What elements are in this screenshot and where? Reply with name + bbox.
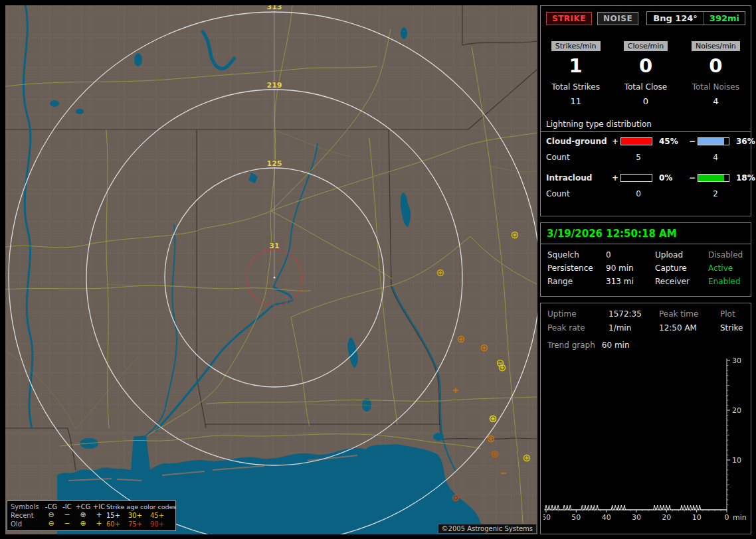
total-noises-value: 4 — [681, 96, 751, 106]
strikes-column: Strikes/min 1 Total Strikes 11 — [541, 38, 611, 106]
intracloud-label: Intracloud — [546, 173, 610, 183]
age-code-30: 30+ — [128, 511, 150, 520]
upload-label: Upload — [655, 250, 706, 260]
ic-negative-count: 2 — [698, 189, 733, 198]
intracloud-count-row: Count 0 2 — [541, 186, 751, 202]
ic-negative-percent: 18% — [733, 173, 755, 183]
strikes-per-min-value: 1 — [541, 54, 611, 77]
noises-per-min-button[interactable]: Noises/min — [692, 41, 740, 51]
cg-positive-count: 5 — [620, 153, 656, 162]
svg-text:0: 0 — [725, 513, 729, 521]
close-per-min-button[interactable]: Close/min — [624, 41, 668, 51]
receiver-location-marker — [273, 276, 275, 278]
copyright-notice: ©2005 Astrogenic Systems — [438, 524, 537, 534]
plot-value: Strike — [720, 323, 744, 333]
cg-negative-percent: 36% — [733, 137, 755, 146]
svg-text:30: 30 — [732, 356, 741, 365]
pos-ic-old-icon: + — [92, 520, 106, 528]
svg-text:10: 10 — [692, 513, 702, 521]
range-value: 313 mi — [606, 277, 652, 286]
svg-text:50: 50 — [571, 513, 581, 521]
noises-per-min-value: 0 — [681, 54, 751, 77]
svg-text:min: min — [733, 513, 747, 521]
capture-label: Capture — [655, 264, 706, 273]
distribution-title: Lightning type distribution — [541, 119, 751, 132]
close-column: Close/min 0 Total Close 0 — [611, 38, 680, 106]
cg-negative-count: 4 — [698, 153, 733, 162]
range-label: Range — [547, 277, 603, 286]
control-panel: STRIKE NOISE Bng 124° 392mi Strikes/min … — [540, 5, 751, 534]
ic-positive-count: 0 — [620, 189, 656, 198]
peak-rate-label: Peak rate — [547, 323, 606, 333]
cloud-ground-row: Cloud-ground + 45% − 36% — [541, 133, 751, 149]
cg-positive-bar — [620, 137, 652, 145]
peak-rate-value: 1/min — [609, 323, 656, 333]
squelch-value: 0 — [606, 250, 652, 260]
close-per-min-value: 0 — [611, 54, 680, 77]
peak-time-label: Peak time — [659, 309, 717, 319]
svg-text:20: 20 — [732, 406, 741, 415]
trend-graph-window: 60 min — [602, 341, 630, 350]
uptime-label: Uptime — [547, 309, 606, 319]
range-ring-label: 125 — [267, 159, 282, 168]
positive-sign: + — [610, 137, 620, 146]
range-ring-label: 313 — [267, 5, 282, 11]
persistence-label: Persistence — [547, 264, 603, 273]
total-strikes-value: 11 — [541, 96, 611, 106]
positive-sign: + — [610, 173, 620, 183]
ic-positive-bar — [620, 174, 652, 182]
age-code-15: 15+ — [106, 511, 128, 520]
age-code-60: 60+ — [106, 520, 128, 528]
age-code-75: 75+ — [128, 520, 150, 528]
legend-row-old: Old — [11, 520, 43, 528]
symbol-legend: Symbols -CG -IC +CG +IC Strike age color… — [7, 501, 176, 531]
cg-negative-bar — [698, 137, 729, 145]
noises-column: Noises/min 0 Total Noises 4 — [681, 38, 751, 106]
intracloud-row: Intracloud + 0% − 18% — [541, 170, 751, 186]
svg-text:20: 20 — [662, 513, 671, 521]
uptime-value: 1572:35 — [609, 309, 656, 319]
peak-time-value: 12:50 AM — [659, 323, 717, 333]
neg-ic-old-icon: − — [60, 520, 74, 528]
negative-sign: − — [687, 173, 698, 183]
bearing-value: Bng 124° — [647, 12, 704, 25]
ic-positive-percent: 0% — [656, 173, 687, 183]
persistence-value: 90 min — [606, 264, 652, 273]
trend-graph-label: Trend graph — [547, 341, 595, 350]
range-ring-label: 219 — [267, 81, 282, 90]
svg-text:30: 30 — [632, 513, 641, 521]
pos-cg-old-icon: ⊕ — [74, 520, 92, 528]
total-close-label: Total Close — [611, 82, 680, 92]
strikes-per-min-button[interactable]: Strikes/min — [551, 41, 601, 51]
neg-cg-old-icon: ⊖ — [43, 520, 60, 528]
ic-negative-bar — [698, 174, 729, 182]
total-close-value: 0 — [611, 96, 680, 106]
receiver-value: Enabled — [708, 277, 744, 286]
total-noises-label: Total Noises — [681, 82, 751, 92]
capture-value: Active — [708, 264, 744, 273]
legend-row-recent: Recent — [11, 511, 43, 520]
trend-graph-canvas: 3020106050403020100min — [543, 354, 748, 521]
trend-graph: 3020106050403020100min — [543, 354, 751, 524]
legend-symbols-header: Symbols — [11, 502, 43, 511]
total-strikes-label: Total Strikes — [541, 82, 611, 92]
svg-text:40: 40 — [602, 513, 611, 521]
trend-section: Uptime 1572:35 Peak time Plot Peak rate … — [540, 303, 751, 534]
lightning-tracker-app: { "map": { "ring_labels": [ {"text": "31… — [0, 0, 756, 539]
cloud-ground-label: Cloud-ground — [546, 137, 610, 146]
trend-trace — [545, 505, 727, 510]
cg-count-label: Count — [546, 153, 610, 162]
upload-value: Disabled — [708, 250, 744, 260]
age-code-45: 45+ — [150, 511, 172, 520]
strike-toggle-button[interactable]: STRIKE — [546, 12, 592, 25]
receiver-label: Receiver — [655, 277, 706, 286]
noise-toggle-button[interactable]: NOISE — [597, 12, 638, 25]
svg-text:10: 10 — [732, 456, 741, 465]
cloud-ground-count-row: Count 5 4 — [541, 149, 751, 165]
status-section: 3/19/2026 12:50:18 AM Squelch 0 Upload D… — [540, 222, 751, 297]
bearing-readout: Bng 124° 392mi — [646, 11, 745, 25]
plot-label: Plot — [720, 309, 744, 319]
map-view[interactable]: 31321912531 Symbols -CG -IC +CG +IC Stri… — [5, 5, 537, 534]
negative-sign: − — [687, 137, 698, 146]
age-code-90: 90+ — [150, 520, 172, 528]
